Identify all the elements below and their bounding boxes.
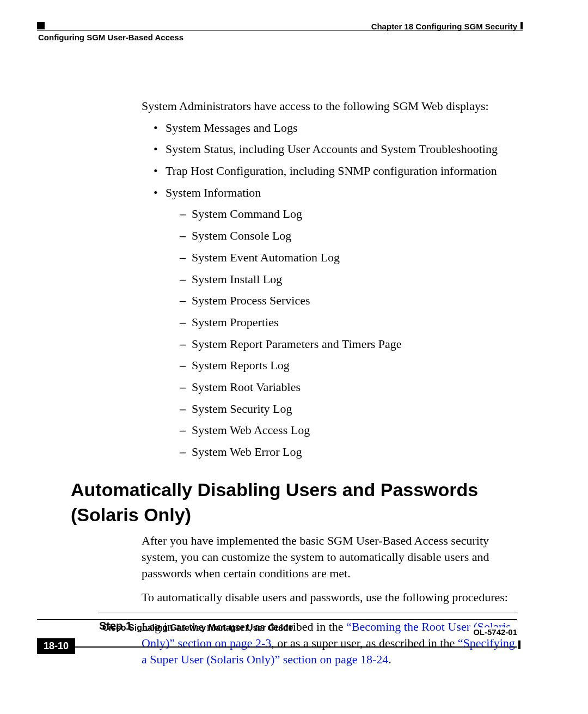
bullet-list-level1: System Messages and Logs System Status, … <box>154 120 517 460</box>
list-item: System Console Log <box>180 228 517 244</box>
list-item-text: System Event Automation Log <box>192 251 340 264</box>
page-footer: Cisco Signaling Gateway Manager User Gui… <box>37 619 517 654</box>
list-item-text: System Install Log <box>192 272 282 286</box>
section-paragraph-1: After you have implemented the basic SGM… <box>142 533 517 581</box>
page: Chapter 18 Configuring SGM Security Conf… <box>0 0 588 714</box>
list-item: System Reports Log <box>180 357 517 374</box>
list-item: System Process Services <box>180 292 517 309</box>
bullet-list-level2: System Command Log System Console Log Sy… <box>180 206 517 460</box>
list-item-text: System Root Variables <box>192 380 301 394</box>
list-item-text: System Messages and Logs <box>166 121 298 135</box>
header-right-tick <box>520 22 523 29</box>
list-item: System Install Log <box>180 271 517 288</box>
list-item: System Information System Command Log Sy… <box>154 185 517 460</box>
list-item: Trap Host Configuration, including SNMP … <box>154 163 517 179</box>
intro-paragraph: System Administrators have access to the… <box>142 98 517 114</box>
list-item: System Security Log <box>180 401 517 417</box>
main-content: System Administrators have access to the… <box>142 98 517 667</box>
list-item: System Web Access Log <box>180 422 517 438</box>
header-square-marker <box>37 22 45 29</box>
list-item-text: System Security Log <box>192 402 292 416</box>
page-number: 18-10 <box>37 638 75 654</box>
list-item: System Event Automation Log <box>180 249 517 266</box>
list-item-text: System Console Log <box>192 229 291 242</box>
running-header: Chapter 18 Configuring SGM Security Conf… <box>71 22 517 44</box>
list-item: System Properties <box>180 314 517 331</box>
list-item: System Web Error Log <box>180 444 517 460</box>
step-divider <box>99 613 517 613</box>
list-item-text: System Properties <box>192 315 279 329</box>
list-item-text: System Report Parameters and Timers Page <box>192 337 402 351</box>
footer-right-tick <box>518 640 520 649</box>
footer-bottom-bar: 18-10 OL-5742-01 <box>37 638 517 654</box>
footer-doc-code: OL-5742-01 <box>469 627 517 637</box>
header-chapter-text: Chapter 18 Configuring SGM Security <box>371 22 517 31</box>
list-item-text: System Information <box>166 186 261 199</box>
header-section-text: Configuring SGM User-Based Access <box>38 33 183 42</box>
footer-top-rule <box>37 619 517 620</box>
list-item-text: System Web Access Log <box>192 423 310 437</box>
list-item-text: System Reports Log <box>192 358 290 372</box>
section-heading: Automatically Disabling Users and Passwo… <box>71 478 517 528</box>
list-item: System Command Log <box>180 206 517 222</box>
list-item-text: System Status, including User Accounts a… <box>166 142 498 156</box>
step-text-part: . <box>388 652 391 666</box>
section-paragraph-2: To automatically disable users and passw… <box>142 589 517 606</box>
list-item: System Root Variables <box>180 379 517 395</box>
list-item: System Status, including User Accounts a… <box>154 141 517 157</box>
list-item-text: System Process Services <box>192 294 310 307</box>
footer-doc-title: Cisco Signaling Gateway Manager User Gui… <box>102 623 293 633</box>
footer-rule-line <box>75 646 517 648</box>
list-item-text: System Web Error Log <box>192 445 302 459</box>
list-item: System Report Parameters and Timers Page <box>180 336 517 352</box>
list-item-text: Trap Host Configuration, including SNMP … <box>166 164 497 178</box>
list-item-text: System Command Log <box>192 207 302 221</box>
list-item: System Messages and Logs <box>154 120 517 136</box>
